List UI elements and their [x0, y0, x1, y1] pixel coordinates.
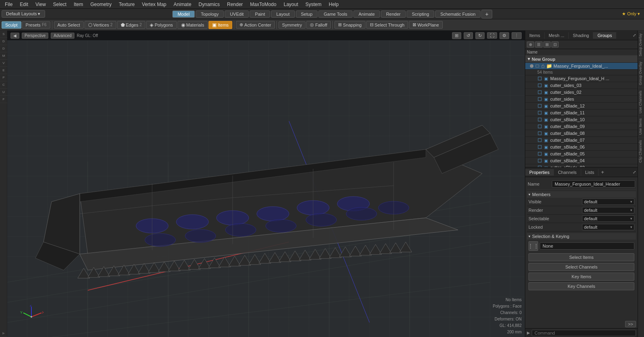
tab-gametools[interactable]: Game Tools	[318, 10, 353, 18]
menu-layout[interactable]: Layout	[281, 1, 301, 8]
new-group-header[interactable]: ▾ New Group	[525, 56, 638, 63]
auto-select-button[interactable]: Auto Select	[54, 21, 84, 29]
items-tb-1[interactable]: ⊕	[527, 41, 534, 48]
keying-icon[interactable]: ⋮⋮	[528, 241, 538, 251]
materials-button[interactable]: ◉ Materials	[178, 21, 208, 29]
key-items-button[interactable]: Key Items	[528, 273, 634, 281]
ls-item-10[interactable]: F	[0, 96, 7, 103]
tab-topology[interactable]: Topology	[196, 10, 224, 18]
tab-uvedit[interactable]: UVEdit	[225, 10, 249, 18]
props-panel-expand[interactable]: ⤢	[631, 169, 638, 175]
menu-render[interactable]: Render	[224, 1, 246, 8]
ls-item-expand[interactable]: ▶	[0, 330, 7, 337]
sculpt-button[interactable]: Sculpt	[2, 21, 21, 29]
tab-render[interactable]: Render	[381, 10, 406, 18]
locked-dropdown[interactable]: default ▾	[582, 224, 634, 230]
list-item-4[interactable]: ▣ cutter_sBlade_12	[525, 103, 638, 110]
items-tb-2[interactable]: ☰	[535, 41, 543, 48]
tab-mesh[interactable]: Mesh ...	[545, 32, 569, 39]
layout-add-button[interactable]: +	[481, 10, 492, 19]
tab-layout[interactable]: Layout	[271, 10, 295, 18]
menu-system[interactable]: System	[302, 1, 325, 8]
list-item-13[interactable]: ▣ cutter_sBlade_03	[525, 164, 638, 167]
items-panel-expand[interactable]: ⤢	[631, 32, 638, 38]
viewport-nav-btn[interactable]: ◀	[10, 33, 19, 39]
items-tb-4[interactable]: ⊡	[551, 41, 559, 48]
rs-group-overlay[interactable]: Group Overlay	[638, 59, 644, 88]
vp-icon-1[interactable]: ⊞	[452, 32, 461, 39]
menu-help[interactable]: Help	[326, 1, 342, 8]
key-channels-button[interactable]: Key Channels	[528, 282, 634, 290]
3d-viewport-canvas[interactable]	[7, 41, 525, 337]
menu-geometry[interactable]: Geometry	[87, 1, 115, 8]
rs-setup-overlay[interactable]: Setup Overlay	[638, 31, 644, 59]
list-item-7[interactable]: ▣ cutter_sBlade_09	[525, 123, 638, 130]
vertices-button[interactable]: ⬡ Vertices 2	[85, 21, 116, 29]
ls-item-6[interactable]: E	[0, 67, 7, 74]
list-item-10[interactable]: ▣ cutter_sBlade_06	[525, 144, 638, 151]
menu-select[interactable]: Select	[50, 1, 70, 8]
list-item-12[interactable]: ▣ cutter_sBlade_04	[525, 157, 638, 164]
select-channels-button[interactable]: Select Channels	[528, 263, 634, 271]
falloff-button[interactable]: ◎ Falloff	[306, 21, 331, 29]
expand-right-btn[interactable]: >>	[625, 321, 636, 327]
action-center-button[interactable]: ⊕ Action Center	[236, 21, 275, 29]
rs-use-items[interactable]: Use Items	[638, 116, 644, 137]
list-item-8[interactable]: ▣ cutter_sBlade_08	[525, 130, 638, 137]
tab-setup[interactable]: Setup	[296, 10, 318, 18]
select-items-button[interactable]: Select Items	[528, 253, 634, 261]
list-item-6[interactable]: ▣ cutter_sBlade_10	[525, 116, 638, 123]
symmetry-button[interactable]: Symmetry	[279, 21, 306, 29]
vp-icon-3[interactable]: ↻	[475, 32, 485, 39]
ls-item-4[interactable]: M	[0, 52, 7, 60]
tab-lists[interactable]: Lists	[581, 169, 599, 176]
list-item-11[interactable]: ▣ cutter_sBlade_05	[525, 151, 638, 157]
menu-maxtomodo[interactable]: MaxToModo	[247, 1, 279, 8]
vp-maximize[interactable]: ⛶	[487, 32, 497, 39]
menu-edit[interactable]: Edit	[17, 1, 31, 8]
item-massey-group[interactable]: 📁 Massey_Ferguson_Ideal_...	[525, 63, 638, 70]
menu-dynamics[interactable]: Dynamics	[195, 1, 223, 8]
props-members-header[interactable]: ▾ Members	[527, 191, 636, 198]
tab-paint[interactable]: Paint	[250, 10, 270, 18]
ls-item-2[interactable]: D	[0, 38, 7, 45]
props-tab-add[interactable]: +	[599, 168, 607, 176]
tab-model[interactable]: Model	[172, 10, 195, 18]
props-selection-header[interactable]: ▾ Selection & Keying	[527, 233, 636, 240]
menu-item[interactable]: Item	[70, 1, 86, 8]
menu-view[interactable]: View	[32, 1, 49, 8]
vp-dots[interactable]: ⋮	[512, 32, 522, 39]
tab-scripting[interactable]: Scripting	[407, 10, 434, 18]
render-dropdown[interactable]: default ▾	[582, 207, 634, 213]
items-button[interactable]: ▣ Items	[208, 21, 232, 29]
items-tb-3[interactable]: ⊞	[543, 41, 551, 48]
tab-properties[interactable]: Properties	[525, 169, 554, 176]
tab-groups[interactable]: Groups	[593, 32, 616, 39]
list-item-2[interactable]: ▣ cutter_sides_02	[525, 89, 638, 96]
viewport[interactable]: ◀ Perspective Advanced Ray GL: Off ⊞ ↺ ↻…	[7, 31, 525, 337]
list-item-9[interactable]: ▣ cutter_sBlade_07	[525, 137, 638, 144]
list-item-5[interactable]: ▣ cutter_sBlade_11	[525, 110, 638, 116]
tab-channels[interactable]: Channels	[554, 169, 581, 176]
props-name-input[interactable]	[552, 180, 635, 188]
ls-item-8[interactable]: C	[0, 81, 7, 89]
list-item-1[interactable]: ▣ cutter_sides_03	[525, 82, 638, 89]
ls-item-5[interactable]: V	[0, 60, 7, 67]
menu-file[interactable]: File	[2, 1, 16, 8]
menu-texture[interactable]: Texture	[116, 1, 138, 8]
items-list[interactable]: ▾ New Group 📁 Massey_Ferguson_Ideal_.	[525, 56, 638, 167]
ls-item-9[interactable]: U	[0, 89, 7, 96]
ls-item-1[interactable]: S	[0, 31, 7, 38]
command-input[interactable]	[532, 330, 636, 336]
list-item-0[interactable]: ▣ Massey_Ferguson_Ideal_H ...	[525, 75, 638, 82]
rs-clip-channels[interactable]: Clip Channels	[638, 137, 644, 165]
default-layouts-button[interactable]: Default Layouts ▾	[2, 10, 45, 18]
tab-animate[interactable]: Animate	[353, 10, 380, 18]
ls-item-7[interactable]: P	[0, 74, 7, 81]
snapping-button[interactable]: ⊞ Snapping	[334, 21, 365, 29]
tab-schematic[interactable]: Schematic Fusion	[435, 10, 481, 18]
vp-settings[interactable]: ⚙	[500, 32, 509, 39]
advanced-button[interactable]: Advanced	[51, 33, 74, 39]
visible-dropdown[interactable]: default ▾	[582, 198, 634, 205]
menu-animate[interactable]: Animate	[170, 1, 194, 8]
